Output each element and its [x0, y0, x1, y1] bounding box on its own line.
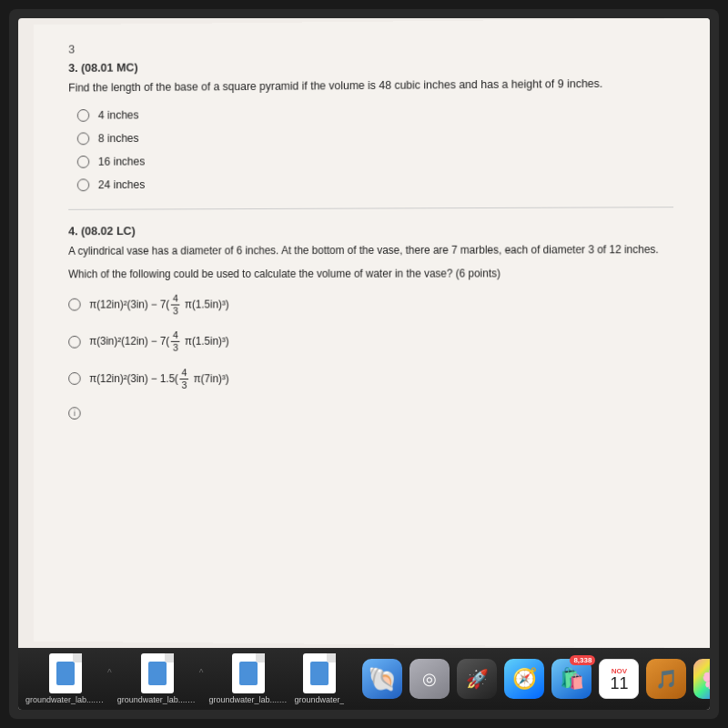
page-number: 3 [68, 36, 673, 56]
doc-icon-3 [232, 653, 265, 693]
doc-icon-2 [141, 653, 174, 693]
doc-label-3: groundwater_lab....doc [208, 695, 288, 704]
doc-icon-inner-1 [56, 662, 75, 685]
doc-icon-4 [303, 653, 336, 693]
dock-siri[interactable]: ◎ [410, 659, 450, 699]
formula-4b-text: π(3in)²(12in) − 7(43 π(1.5in)³) [89, 329, 228, 354]
doc-label-4: groundwater_ [294, 695, 344, 704]
dock-safari[interactable]: 🧭 [504, 659, 544, 699]
dock-launchpad[interactable]: 🚀 [457, 659, 497, 699]
safari-icon[interactable]: 🧭 [504, 659, 544, 699]
dock-calendar[interactable]: NOV 11 [599, 659, 639, 699]
question-3-options: 4 inches 8 inches 16 inches 24 inches [77, 105, 673, 191]
dock-finder[interactable]: 🐚 [362, 659, 402, 699]
question-4-text: A cylindrical vase has a diameter of 6 i… [68, 241, 673, 259]
doc-icon-inner-4 [310, 662, 329, 685]
music-icon[interactable]: 🎵 [646, 659, 686, 699]
doc-icon-1 [49, 653, 82, 693]
question-3-text: Find the length of the base of a square … [68, 75, 673, 96]
quiz-area: 3 3. (08.01 MC) Find the length of the b… [34, 18, 710, 648]
taskbar-doc-4[interactable]: groundwater_ [294, 653, 344, 704]
divider [68, 207, 673, 210]
option-3c-label: 16 inches [98, 155, 145, 167]
dock-photos[interactable]: 🌸 [693, 659, 710, 699]
radio-3d[interactable] [77, 178, 89, 191]
radio-4a[interactable] [68, 298, 80, 311]
dock-area: 🐚 ◎ 🚀 🧭 🛍️ 8,338 [362, 659, 710, 699]
question-3-block: 3. (08.01 MC) Find the length of the bas… [68, 56, 673, 191]
info-icon[interactable]: i [68, 407, 80, 420]
siri-icon[interactable]: ◎ [410, 659, 450, 699]
appstore-icon[interactable]: 🛍️ 8,338 [551, 659, 592, 699]
taskbar-doc-3[interactable]: groundwater_lab....doc [208, 653, 288, 704]
radio-3a[interactable] [77, 109, 89, 122]
taskbar-doc-1[interactable]: groundwater_lab....doc [25, 653, 106, 704]
option-3b-label: 8 inches [98, 132, 139, 145]
radio-4c[interactable] [68, 372, 80, 385]
radio-4b[interactable] [68, 336, 80, 349]
doc-label-1: groundwater_lab....doc [25, 695, 106, 704]
taskbar: groundwater_lab....doc ^ groundwater_lab… [18, 648, 710, 710]
photos-icon[interactable]: 🌸 [693, 659, 710, 699]
taskbar-doc-2[interactable]: groundwater_lab....doc [117, 653, 197, 704]
dock-appstore[interactable]: 🛍️ 8,338 [551, 659, 592, 699]
formula-option-4b[interactable]: π(3in)²(12in) − 7(43 π(1.5in)³) [68, 329, 673, 354]
finder-icon[interactable]: 🐚 [362, 659, 402, 699]
radio-3b[interactable] [77, 132, 89, 145]
question-3-label: 3. (08.01 MC) [68, 56, 673, 75]
question-4-block: 4. (08.02 LC) A cylindrical vase has a d… [68, 222, 673, 421]
doc-icon-inner-2 [148, 662, 167, 685]
formula-option-4a[interactable]: π(12in)²(3in) − 7(43 π(1.5in)³) [68, 292, 673, 318]
option-3d[interactable]: 24 inches [77, 176, 673, 191]
question-4-which: Which of the following could be used to … [68, 265, 673, 282]
doc-label-2: groundwater_lab....doc [117, 695, 197, 704]
doc-icon-inner-3 [239, 662, 258, 685]
option-3a-label: 4 inches [98, 108, 139, 121]
monitor-frame: 3 3. (08.01 MC) Find the length of the b… [9, 9, 719, 719]
question-4-label: 4. (08.02 LC) [68, 222, 673, 238]
dock-music[interactable]: 🎵 [646, 659, 686, 699]
formula-option-4c[interactable]: π(12in)²(3in) − 1.5(43 π(7in)³) [68, 367, 673, 392]
option-3a[interactable]: 4 inches [77, 105, 673, 122]
option-3b[interactable]: 8 inches [77, 128, 673, 145]
appstore-badge: 8,338 [570, 655, 595, 665]
calendar-day: 11 [610, 675, 628, 692]
arrow-2: ^ [199, 668, 204, 678]
screen-content: 3 3. (08.01 MC) Find the length of the b… [18, 18, 710, 710]
arrow-1: ^ [107, 668, 112, 678]
option-3d-label: 24 inches [98, 178, 145, 191]
option-3c[interactable]: 16 inches [77, 152, 673, 168]
formula-4a-text: π(12in)²(3in) − 7(43 π(1.5in)³) [89, 292, 228, 317]
launchpad-icon[interactable]: 🚀 [457, 659, 497, 699]
radio-3c[interactable] [77, 156, 89, 168]
formula-4c-text: π(12in)²(3in) − 1.5(43 π(7in)³) [89, 367, 228, 391]
calendar-icon[interactable]: NOV 11 [599, 659, 639, 699]
